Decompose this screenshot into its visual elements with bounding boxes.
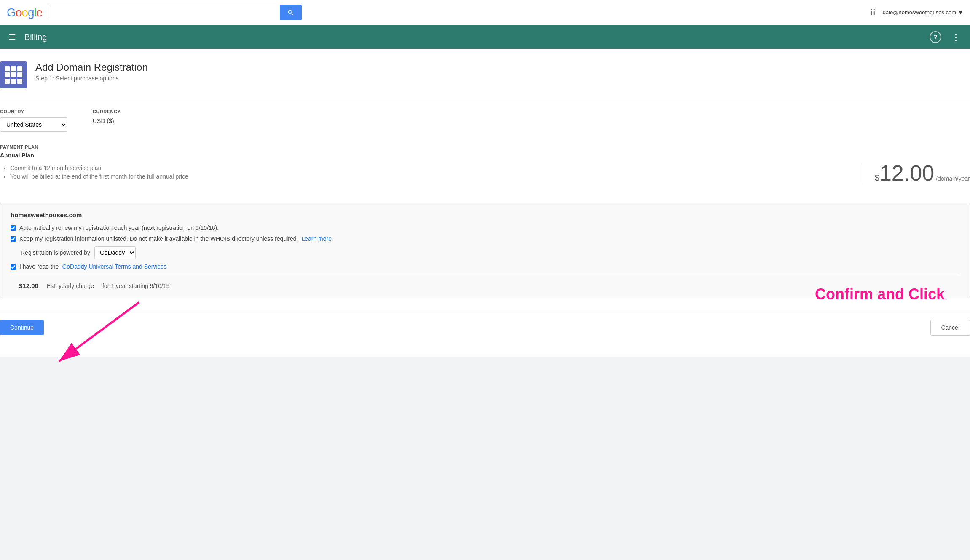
- domain-name: homesweethouses.com: [11, 211, 959, 219]
- user-dropdown-icon: ▼: [958, 9, 963, 16]
- plan-bullets: Commit to a 12 month service plan You wi…: [0, 165, 845, 180]
- help-icon[interactable]: ?: [930, 31, 941, 43]
- powered-by-label: Registration is powered by: [21, 249, 90, 256]
- whois-checkbox[interactable]: [11, 236, 16, 242]
- top-right-area: ⠿ dale@homesweethouses.com ▼: [870, 8, 963, 18]
- currency-label: CURRENCY: [93, 109, 121, 114]
- price-dollar-sign: $: [875, 173, 879, 182]
- buttons-row: Continue Cancel: [0, 311, 970, 344]
- icon-grid: [1, 63, 26, 87]
- charge-label: Est. yearly charge: [47, 283, 94, 289]
- auto-renew-row: Automatically renew my registration each…: [11, 224, 959, 231]
- billing-bar-actions: ? ⋮: [930, 31, 962, 43]
- annual-plan-title: Annual Plan: [0, 152, 970, 159]
- search-button[interactable]: [280, 5, 302, 20]
- whois-label: Keep my registration information unliste…: [19, 235, 298, 242]
- country-field: COUNTRY United States: [0, 109, 67, 132]
- page-step: Step 1: Select purchase options: [35, 75, 148, 82]
- price-period: /domain/year: [936, 175, 970, 182]
- cancel-button[interactable]: Cancel: [930, 320, 970, 336]
- payment-plan-section: PAYMENT PLAN Annual Plan Commit to a 12 …: [0, 144, 970, 184]
- continue-button[interactable]: Continue: [0, 320, 44, 335]
- country-label: COUNTRY: [0, 109, 67, 114]
- more-options-icon[interactable]: ⋮: [950, 31, 962, 43]
- google-bar: Google ⠿ dale@homesweethouses.com ▼: [0, 0, 970, 25]
- auto-renew-checkbox[interactable]: [11, 225, 16, 231]
- search-input[interactable]: [49, 5, 280, 20]
- whois-row: Keep my registration information unliste…: [11, 235, 959, 242]
- page-icon: [0, 61, 27, 88]
- page-header: Add Domain Registration Step 1: Select p…: [0, 51, 970, 99]
- main-content: Add Domain Registration Step 1: Select p…: [0, 49, 970, 357]
- payment-plan-label: PAYMENT PLAN: [0, 144, 970, 149]
- currency-field: CURRENCY USD ($): [93, 109, 121, 132]
- billing-bar: ☰ Billing ? ⋮: [0, 25, 970, 49]
- powered-by-row: Registration is powered by GoDaddy: [21, 246, 959, 259]
- plan-row: Commit to a 12 month service plan You wi…: [0, 162, 970, 184]
- plan-bullet-2: You will be billed at the end of the fir…: [10, 173, 845, 180]
- google-logo[interactable]: Google: [7, 6, 42, 19]
- terms-prefix: I have read the: [19, 263, 59, 270]
- currency-value: USD ($): [93, 117, 121, 124]
- terms-link[interactable]: GoDaddy Universal Terms and Services: [62, 263, 166, 270]
- page-title: Add Domain Registration: [35, 61, 148, 73]
- user-email[interactable]: dale@homesweethouses.com ▼: [883, 9, 963, 16]
- charge-row: $12.00 Est. yearly charge for 1 year sta…: [11, 282, 959, 289]
- registrar-select[interactable]: GoDaddy: [94, 246, 136, 259]
- apps-icon[interactable]: ⠿: [870, 8, 876, 18]
- terms-checkbox[interactable]: [11, 264, 16, 270]
- hamburger-icon[interactable]: ☰: [8, 32, 16, 42]
- learn-more-link[interactable]: Learn more: [301, 235, 332, 242]
- charge-detail: for 1 year starting 9/10/15: [102, 283, 170, 289]
- terms-row: I have read the GoDaddy Universal Terms …: [11, 263, 959, 270]
- search-container: [49, 5, 302, 20]
- price-amount: 12.00: [879, 162, 934, 184]
- billing-bar-title: Billing: [24, 32, 930, 42]
- auto-renew-label: Automatically renew my registration each…: [19, 224, 219, 231]
- plan-price-section: $ 12.00 /domain/year: [862, 162, 970, 184]
- country-currency-row: COUNTRY United States CURRENCY USD ($): [0, 109, 970, 132]
- charge-amount: $12.00: [19, 282, 38, 289]
- country-select[interactable]: United States: [0, 117, 67, 132]
- search-icon: [287, 9, 295, 16]
- domain-box: homesweethouses.com Automatically renew …: [0, 203, 970, 298]
- page-title-area: Add Domain Registration Step 1: Select p…: [35, 61, 148, 82]
- plan-bullet-1: Commit to a 12 month service plan: [10, 165, 845, 171]
- domain-divider: [11, 276, 959, 276]
- plan-details: Commit to a 12 month service plan You wi…: [0, 165, 845, 181]
